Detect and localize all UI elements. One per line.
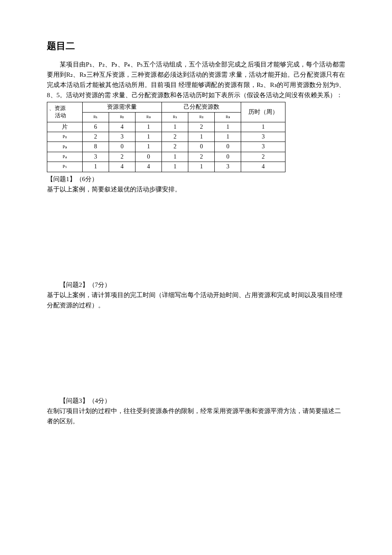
- cell: 2: [241, 152, 285, 162]
- corner-bottom: 活动: [49, 112, 66, 119]
- sub-r3: R₃: [135, 112, 161, 122]
- table-row: P₂ 2 3 1 2 1 1 3: [47, 132, 285, 142]
- cell: 4: [241, 162, 285, 172]
- cell: 2: [162, 132, 188, 142]
- cell: 3: [82, 152, 109, 162]
- table-row: P₅ 1 4 4 1 1 3 4: [47, 162, 285, 172]
- cell: 1: [188, 132, 215, 142]
- cell: 1: [215, 132, 241, 142]
- cell: 3: [215, 162, 241, 172]
- sub-r3: R₃: [215, 112, 241, 122]
- cell: 4: [109, 122, 135, 132]
- cell: 1: [162, 152, 188, 162]
- sub-r2: R₂: [109, 112, 135, 122]
- cell: 4: [135, 162, 161, 172]
- cell: 3: [109, 132, 135, 142]
- question-1-head: 【问题1】（6分）: [47, 174, 345, 184]
- cell: 2: [162, 142, 188, 152]
- cell: 1: [135, 132, 161, 142]
- cell: 2: [188, 122, 215, 132]
- table-header-row: 、资源 活动 资源需求量 己分配资源数 历时（周）: [47, 102, 285, 112]
- intro-paragraph: 某项目由P₁、P₂、P₃、P₄、P₅五个活动组成，五个活动全部完成之后项目才能够…: [47, 59, 345, 100]
- question-3-head: 【问题3】（4分）: [47, 396, 345, 406]
- cell: 0: [215, 142, 241, 152]
- question-3-body: 在制订项目计划的过程中，往往受到资源条件的限制，经常采用资源平衡和资源平滑方法，…: [47, 406, 345, 426]
- header-time: 历时（周）: [241, 102, 285, 122]
- question-2-head: 【问题2】（7分）: [47, 280, 345, 290]
- cell: 1: [162, 122, 188, 132]
- cell: 3: [241, 132, 285, 142]
- table-corner: 、资源 活动: [47, 102, 83, 122]
- cell: 6: [82, 122, 109, 132]
- sub-r1: R₁: [82, 112, 109, 122]
- cell: 1: [162, 162, 188, 172]
- cell: 2: [109, 152, 135, 162]
- cell: 2: [82, 132, 109, 142]
- cell: 8: [82, 142, 109, 152]
- table-row: P₃ 8 0 1 2 0 0 3: [47, 142, 285, 152]
- cell: 3: [241, 142, 285, 152]
- cell: 0: [188, 142, 215, 152]
- row-name: 片: [47, 122, 83, 132]
- row-name: P₃: [47, 142, 83, 152]
- row-name: P₂: [47, 132, 83, 142]
- cell: 2: [188, 152, 215, 162]
- row-name: P₅: [47, 162, 83, 172]
- cell: 1: [82, 162, 109, 172]
- row-name: P₄: [47, 152, 83, 162]
- cell: 4: [109, 162, 135, 172]
- question-2-body: 基于以上案例，请计算项目的完工时间（详细写出每个活动开始时间、占用资源和完成 时…: [47, 290, 345, 310]
- cell: 1: [215, 122, 241, 132]
- header-alloc: 己分配资源数: [162, 102, 241, 112]
- sub-r2: R₂: [188, 112, 215, 122]
- resource-table: 、资源 活动 资源需求量 己分配资源数 历时（周） R₁ R₂ R₃ R₁ R₂…: [47, 102, 285, 172]
- cell: 0: [135, 152, 161, 162]
- cell: 1: [188, 162, 215, 172]
- page-title: 题目二: [47, 38, 345, 53]
- cell: 0: [215, 152, 241, 162]
- cell: 1: [135, 122, 161, 132]
- question-1-body: 基于以上案例，简要叙述最优的活动步骤安排。: [47, 184, 345, 194]
- table-row: 片 6 4 1 1 2 1 1: [47, 122, 285, 132]
- cell: 1: [241, 122, 285, 132]
- cell: 1: [135, 142, 161, 152]
- table-row: P₄ 3 2 0 1 2 0 2: [47, 152, 285, 162]
- cell: 0: [109, 142, 135, 152]
- corner-top: 、资源: [49, 105, 66, 111]
- header-demand: 资源需求量: [82, 102, 161, 112]
- sub-r1: R₁: [162, 112, 188, 122]
